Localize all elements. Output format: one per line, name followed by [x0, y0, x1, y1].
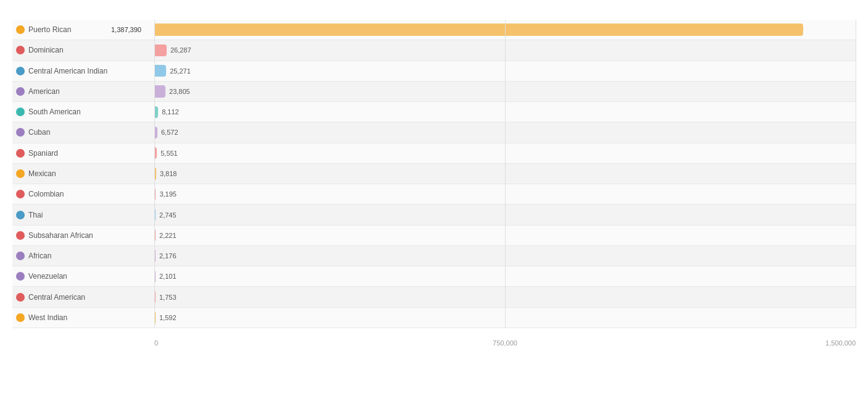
bar-dot	[16, 252, 25, 260]
bar-value: 5,551	[161, 150, 178, 157]
bar-row: Mexican3,818	[12, 164, 856, 184]
bar-label: Dominican	[12, 46, 154, 54]
bar-label: Central American Indian	[12, 67, 154, 75]
bar-label: Venezuelan	[12, 272, 154, 281]
bar-label-text: Cuban	[28, 128, 50, 137]
bar-value: 8,112	[162, 108, 179, 116]
bar-row: Thai2,745	[12, 205, 856, 225]
bar-label: Mexican	[12, 169, 154, 178]
bar-label-text: Spaniard	[28, 149, 58, 158]
bar-dot	[16, 169, 25, 178]
bar-label-text: Colombian	[28, 190, 64, 198]
bar-value: 1,753	[159, 294, 177, 301]
bar-row: Colombian3,195	[12, 184, 856, 205]
bar-value: 23,805	[169, 88, 190, 95]
x-axis: 0750,0001,500,000	[154, 328, 856, 347]
bar-row: American23,805	[12, 82, 856, 102]
bar-dot	[16, 149, 25, 158]
bar-value: 6,572	[161, 129, 178, 136]
bar-value: 3,195	[159, 190, 177, 198]
bar-row: Dominican26,287	[12, 40, 856, 61]
bar-value: 3,818	[160, 170, 177, 177]
chart-area: Puerto Rican1,387,390Dominican26,287Cent…	[12, 20, 856, 347]
bar-label-text: African	[28, 252, 51, 260]
bar-value: 1,592	[159, 314, 177, 321]
bar-dot	[16, 128, 25, 137]
bar-dot	[16, 231, 25, 240]
grid-line	[856, 20, 856, 328]
bar-label-text: Thai	[28, 211, 43, 219]
bar-row: Central American Indian25,271	[12, 61, 856, 82]
bar-row: Spaniard5,551	[12, 143, 856, 164]
bar-label: African	[12, 252, 154, 260]
bar-row: Puerto Rican1,387,390	[12, 20, 856, 40]
grid-line	[505, 20, 506, 328]
bar-label: American	[12, 87, 154, 96]
bar-label: Colombian	[12, 190, 154, 198]
bar-fill: 1,387,390	[154, 23, 803, 35]
bar-value: 2,221	[159, 232, 177, 239]
bar-value: 2,745	[159, 211, 177, 219]
bar-row: Venezuelan2,101	[12, 266, 856, 287]
bar-label-text: Venezuelan	[28, 272, 67, 281]
bar-value: 2,176	[159, 252, 177, 260]
bar-value: 26,287	[170, 46, 191, 54]
bar-label: Spaniard	[12, 149, 154, 158]
bar-label-text: Mexican	[28, 169, 56, 178]
bar-dot	[16, 211, 25, 219]
bar-label-text: West Indian	[28, 313, 67, 322]
bar-fill	[154, 65, 166, 77]
bar-row: South American8,112	[12, 102, 856, 122]
bar-row: West Indian1,592	[12, 308, 856, 328]
bar-label: West Indian	[12, 313, 154, 322]
bar-label: Cuban	[12, 128, 154, 137]
bar-row: Central American1,753	[12, 287, 856, 307]
bar-dot	[16, 25, 25, 34]
bar-label: Subsaharan African	[12, 231, 154, 240]
bar-row: African2,176	[12, 246, 856, 266]
bar-dot	[16, 190, 25, 198]
bar-label-text: Central American Indian	[28, 67, 107, 75]
bar-label-text: South American	[28, 108, 81, 116]
bar-dot	[16, 313, 25, 322]
bar-label-text: Dominican	[28, 46, 64, 54]
bar-label-text: Puerto Rican	[28, 25, 71, 34]
chart-container: Puerto Rican1,387,390Dominican26,287Cent…	[0, 0, 868, 398]
bar-dot	[16, 293, 25, 302]
bar-dot	[16, 46, 25, 54]
bar-dot	[16, 87, 25, 96]
bar-label: Thai	[12, 211, 154, 219]
bar-label-text: Subsaharan African	[28, 231, 93, 240]
grid-line	[154, 20, 155, 328]
bar-dot	[16, 108, 25, 116]
x-axis-tick: 750,000	[388, 339, 622, 347]
bar-row: Subsaharan African2,221	[12, 226, 856, 246]
bar-value: 1,387,390	[111, 26, 141, 33]
bar-label: Central American	[12, 293, 154, 302]
x-axis-tick: 1,500,000	[622, 339, 856, 347]
x-axis-tick: 0	[154, 339, 388, 347]
bar-label-text: American	[28, 87, 60, 96]
bar-value: 25,271	[170, 67, 191, 75]
bar-dot	[16, 272, 25, 281]
bar-dot	[16, 67, 25, 75]
bar-row: Cuban6,572	[12, 122, 856, 143]
bar-label: South American	[12, 108, 154, 116]
bar-fill	[154, 85, 165, 97]
bar-label-text: Central American	[28, 293, 85, 302]
bars-section: Puerto Rican1,387,390Dominican26,287Cent…	[12, 20, 856, 328]
bar-value: 2,101	[159, 273, 177, 280]
bar-fill	[154, 44, 167, 56]
